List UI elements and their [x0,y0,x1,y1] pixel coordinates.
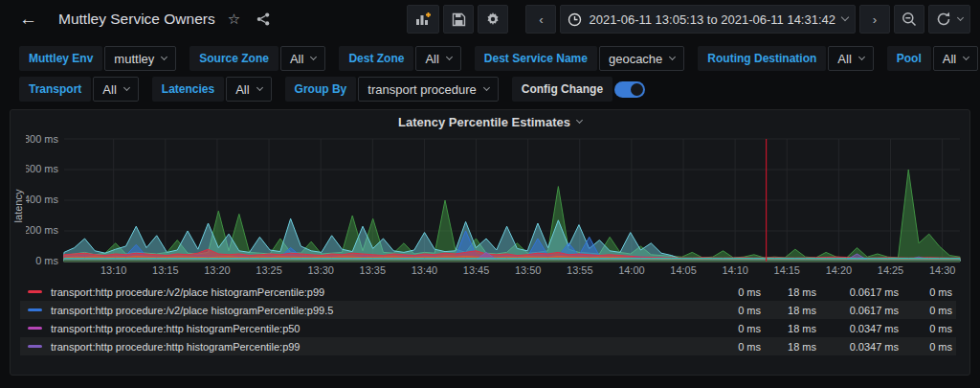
legend-row: transport:http procedure:http histogramP… [20,319,956,337]
refresh-icon [936,11,951,27]
panel-menu-chevron-icon [576,116,583,123]
filter-source-zone-label: Source Zone [189,46,278,71]
template-variables-row-2: TransportAllLatenciesAllGroup Bytranspor… [0,71,980,102]
filter-source-zone: Source ZoneAll [189,46,325,71]
filter-muttley-env-label: Muttley Env [19,46,102,71]
legend-stat-value: 18 ms [761,323,816,334]
dashboard-title: Muttley Service Owners [58,11,215,28]
filter-latencies: LatenciesAll [152,77,272,102]
refresh-interval-chevron-icon [957,13,964,20]
panel-title-menu[interactable]: Latency Percentile Estimates [11,110,969,133]
chevron-down-icon [858,53,865,59]
chevron-down-icon [446,53,453,59]
add-panel-icon [414,11,432,27]
share-icon [256,11,271,27]
svg-text:13:25: 13:25 [256,264,281,276]
filter-value-text: transport procedure [368,82,476,97]
filter-value-text: All [102,82,116,97]
filter-muttley-env-value[interactable]: muttley [104,46,176,71]
filter-transport: TransportAll [19,77,139,102]
svg-text:14:15: 14:15 [774,264,800,276]
zoom-out-button[interactable] [894,5,924,34]
legend-stat-value: 18 ms [761,286,816,298]
svg-text:13:35: 13:35 [360,264,386,276]
svg-text:14:05: 14:05 [670,264,696,276]
legend-stat-value: 0 ms [899,323,952,334]
time-range-text: 2021-06-11 13:05:13 to 2021-06-11 14:31:… [589,12,835,27]
share-button[interactable] [253,9,274,30]
filter-config-change: Config Change [512,77,645,102]
svg-text:13:30: 13:30 [307,264,333,276]
svg-text:13:20: 13:20 [204,264,230,276]
favorite-star-button[interactable]: ☆ [225,8,243,31]
chevron-down-icon [963,53,969,59]
filter-source-zone-value[interactable]: All [280,46,325,71]
legend-stat-value: 0.0617 ms [816,286,899,298]
legend-series-label[interactable]: transport:http procedure:/v2/place histo… [51,305,700,316]
filter-dest-service-name-value[interactable]: geocache [599,46,684,71]
svg-text:13:40: 13:40 [412,264,437,276]
add-panel-button[interactable] [407,5,439,34]
back-button[interactable]: ← [13,7,43,32]
filter-dest-service-name-label: Dest Service Name [475,46,597,71]
filter-value-text: All [425,52,438,66]
dashboard-settings-button[interactable] [478,5,508,34]
filter-value-text: geocache [609,52,662,66]
legend-stat-value: 0.0617 ms [816,305,899,316]
svg-text:14:20: 14:20 [826,264,852,276]
panel-title: Latency Percentile Estimates [398,115,570,129]
time-range-forward-button[interactable]: › [859,5,890,34]
filter-transport-value[interactable]: All [93,77,138,102]
clock-icon [568,12,582,27]
legend-series-label[interactable]: transport:http procedure:/v2/place histo… [51,286,700,298]
legend-stat-value: 0 ms [700,286,761,298]
filter-routing-destination-value[interactable]: All [828,46,873,71]
legend-stat-value: 18 ms [761,305,816,316]
filter-pool-value[interactable]: All [933,46,978,71]
chevron-down-icon [483,83,490,90]
filter-value-text: All [290,52,303,66]
latency-time-series-chart[interactable]: 0 ms200 ms400 ms600 ms800 ms13:1013:1513… [26,133,969,279]
filter-value-text: muttley [114,52,154,66]
legend-stat-value: 0 ms [899,305,952,316]
filter-group-by-value[interactable]: transport procedure [358,77,498,102]
y-axis-label: latency [11,133,26,279]
legend-series-label[interactable]: transport:http procedure:http histogramP… [51,323,700,334]
legend-stat-value: 0 ms [700,341,761,353]
filter-group-by: Group Bytransport procedure [285,77,499,102]
gear-icon [485,11,501,27]
svg-text:800 ms: 800 ms [26,133,58,145]
legend-row: transport:http procedure:/v2/place histo… [20,301,956,319]
filter-routing-destination-label: Routing Destination [698,46,826,71]
filter-config-change-label: Config Change [512,77,612,102]
chart-area: latency 0 ms200 ms400 ms600 ms800 ms13:1… [11,133,969,279]
filter-transport-label: Transport [19,77,91,102]
time-range-back-button[interactable]: ‹ [525,5,556,34]
refresh-button[interactable] [928,5,970,34]
filter-value-text: All [943,52,956,66]
legend-series-label[interactable]: transport:http procedure:http histogramP… [51,341,700,353]
legend-stat-value: 0 ms [899,286,952,298]
chevron-down-icon [161,53,167,59]
filter-dest-zone-value[interactable]: All [415,46,460,71]
save-dashboard-button[interactable] [443,5,474,34]
filter-value-text: All [837,52,851,66]
toggle-knob [631,83,643,96]
chevron-down-icon [669,53,676,59]
legend-series-swatch-icon [28,345,42,348]
filter-config-change-toggle[interactable] [614,81,645,98]
svg-text:600 ms: 600 ms [26,163,58,174]
svg-text:14:10: 14:10 [722,264,747,276]
chevron-down-icon [256,83,263,90]
filter-dest-zone: Dest ZoneAll [339,46,460,71]
legend-stat-value: 0 ms [899,341,952,353]
svg-text:200 ms: 200 ms [26,224,58,236]
filter-pool-label: Pool [887,46,931,71]
filter-latencies-value[interactable]: All [226,77,271,102]
svg-text:13:45: 13:45 [463,264,489,276]
chevron-down-icon [310,53,317,59]
time-range-picker[interactable]: 2021-06-11 13:05:13 to 2021-06-11 14:31:… [560,5,856,34]
star-icon: ☆ [228,11,240,28]
legend-stat-value: 0.0347 ms [816,323,899,334]
svg-text:13:50: 13:50 [515,264,541,276]
